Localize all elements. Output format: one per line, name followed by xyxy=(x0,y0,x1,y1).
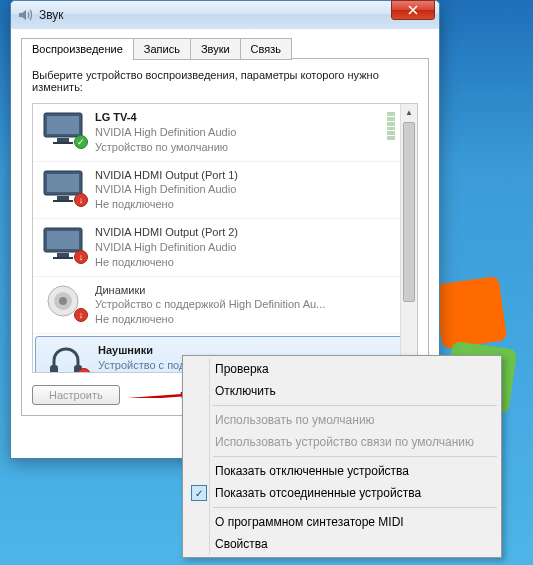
device-list[interactable]: ✓LG TV-4NVIDIA High Definition AudioУстр… xyxy=(32,103,418,373)
svg-rect-6 xyxy=(57,196,69,200)
svg-rect-7 xyxy=(53,200,73,202)
menu-item[interactable]: Отключить xyxy=(185,380,499,402)
context-menu: ПроверкаОтключитьИспользовать по умолчан… xyxy=(182,355,502,558)
window-title: Звук xyxy=(39,8,433,22)
device-status: Устройство по умолчанию xyxy=(95,140,236,155)
close-button[interactable] xyxy=(391,0,435,20)
tab-recording[interactable]: Запись xyxy=(133,38,191,60)
configure-button[interactable]: Настроить xyxy=(32,385,120,405)
menu-separator xyxy=(213,456,497,457)
menu-separator xyxy=(213,507,497,508)
svg-point-14 xyxy=(59,297,67,305)
instruction-text: Выберите устройство воспроизведения, пар… xyxy=(32,69,418,93)
error-badge-icon: ↓ xyxy=(74,308,88,322)
speaker-icon: ↓ xyxy=(41,283,85,319)
headphones-icon: ↓ xyxy=(44,343,88,373)
menu-item[interactable]: Свойства xyxy=(185,533,499,555)
tab-communications[interactable]: Связь xyxy=(240,38,292,60)
scroll-up-icon[interactable]: ▲ xyxy=(401,104,417,121)
svg-rect-1 xyxy=(47,116,79,134)
svg-rect-2 xyxy=(57,138,69,142)
device-driver: NVIDIA High Definition Audio xyxy=(95,125,236,140)
tab-playback[interactable]: Воспроизведение xyxy=(21,38,134,60)
device-name: NVIDIA HDMI Output (Port 1) xyxy=(95,168,238,183)
device-name: LG TV-4 xyxy=(95,110,236,125)
device-row[interactable]: ↓NVIDIA HDMI Output (Port 1)NVIDIA High … xyxy=(33,162,417,220)
svg-rect-9 xyxy=(47,231,79,249)
device-driver: NVIDIA High Definition Audio xyxy=(95,240,238,255)
device-driver: Устройство с поддержкой High Definition … xyxy=(95,297,325,312)
device-name: NVIDIA HDMI Output (Port 2) xyxy=(95,225,238,240)
check-badge-icon: ✓ xyxy=(74,135,88,149)
menu-item: Использовать устройство связи по умолчан… xyxy=(185,431,499,453)
monitor-icon: ↓ xyxy=(41,225,85,261)
svg-rect-11 xyxy=(53,257,73,259)
error-badge-icon: ↓ xyxy=(74,250,88,264)
monitor-icon: ✓ xyxy=(41,110,85,146)
svg-rect-10 xyxy=(57,253,69,257)
menu-item[interactable]: Показать отсоединенные устройства✓ xyxy=(185,482,499,504)
svg-rect-5 xyxy=(47,174,79,192)
check-icon: ✓ xyxy=(191,485,207,501)
svg-rect-15 xyxy=(50,365,58,373)
menu-item: Использовать по умолчанию xyxy=(185,409,499,431)
device-row[interactable]: ↓ДинамикиУстройство с поддержкой High De… xyxy=(33,277,417,335)
error-badge-icon: ↓ xyxy=(77,368,91,373)
device-name: Динамики xyxy=(95,283,325,298)
device-row[interactable]: ↓NVIDIA HDMI Output (Port 2)NVIDIA High … xyxy=(33,219,417,277)
device-status: Не подключено xyxy=(95,255,238,270)
menu-item[interactable]: Проверка xyxy=(185,358,499,380)
menu-item[interactable]: Показать отключенные устройства xyxy=(185,460,499,482)
tab-sounds[interactable]: Звуки xyxy=(190,38,241,60)
titlebar[interactable]: Звук xyxy=(11,1,439,29)
scroll-thumb[interactable] xyxy=(403,122,415,302)
sound-icon xyxy=(17,7,33,23)
tab-strip: Воспроизведение Запись Звуки Связь xyxy=(21,37,429,59)
monitor-icon: ↓ xyxy=(41,168,85,204)
device-row[interactable]: ✓LG TV-4NVIDIA High Definition AudioУстр… xyxy=(33,104,417,162)
device-status: Не подключено xyxy=(95,312,325,327)
error-badge-icon: ↓ xyxy=(74,193,88,207)
menu-separator xyxy=(213,405,497,406)
menu-item[interactable]: О программном синтезаторе MIDI xyxy=(185,511,499,533)
svg-rect-3 xyxy=(53,142,73,144)
volume-meter xyxy=(387,112,395,140)
scrollbar[interactable]: ▲ ▼ xyxy=(400,104,417,372)
device-status: Не подключено xyxy=(95,197,238,212)
device-driver: NVIDIA High Definition Audio xyxy=(95,182,238,197)
